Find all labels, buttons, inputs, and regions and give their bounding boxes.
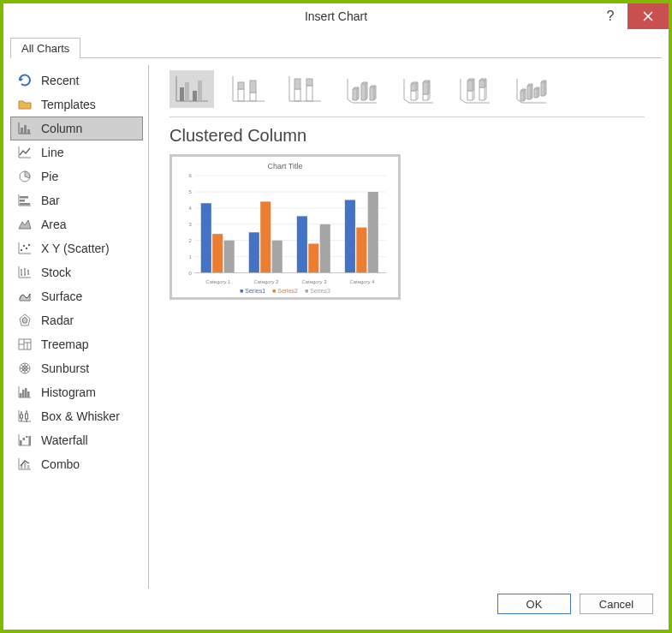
radar-chart-icon xyxy=(17,313,33,328)
bar-chart-icon xyxy=(17,193,33,208)
svg-rect-66 xyxy=(356,228,366,273)
sidebar-item-line[interactable]: Line xyxy=(10,140,143,164)
chart-subtype-panel: Clustered Column Chart Title 0123456Cate… xyxy=(149,65,662,588)
legend-series2: Series2 xyxy=(272,288,298,294)
svg-rect-18 xyxy=(21,415,23,418)
svg-rect-65 xyxy=(345,200,355,272)
column-chart-icon xyxy=(17,121,33,136)
sidebar-item-radar[interactable]: Radar xyxy=(10,308,143,332)
sidebar-item-label: Treemap xyxy=(41,337,89,351)
sidebar-item-area[interactable]: Area xyxy=(10,212,143,236)
svg-rect-38 xyxy=(306,79,312,86)
sidebar-item-bar[interactable]: Bar xyxy=(10,188,143,212)
sidebar-item-treemap[interactable]: Treemap xyxy=(10,332,143,356)
svg-rect-19 xyxy=(26,414,28,419)
three-d-column-icon xyxy=(512,74,550,105)
cancel-button[interactable]: Cancel xyxy=(580,594,653,614)
sidebar-item-column[interactable]: Column xyxy=(10,116,143,140)
sidebar-item-label: Surface xyxy=(41,290,82,303)
svg-text:Category 1: Category 1 xyxy=(205,279,231,284)
sidebar-item-label: Histogram xyxy=(41,385,96,399)
sidebar-item-pie[interactable]: Pie xyxy=(10,164,143,188)
svg-rect-1 xyxy=(24,125,27,134)
svg-rect-28 xyxy=(185,82,189,101)
svg-rect-27 xyxy=(180,87,184,101)
insert-chart-dialog: Insert Chart ? All Charts Recent Templat… xyxy=(0,0,672,633)
legend-series1: Series1 xyxy=(240,288,265,294)
sidebar-item-label: Area xyxy=(41,218,67,231)
combo-chart-icon xyxy=(17,457,33,472)
svg-rect-54 xyxy=(212,234,223,272)
sidebar-item-label: Box & Whisker xyxy=(41,409,120,423)
sidebar-item-label: Pie xyxy=(41,170,58,183)
svg-rect-57 xyxy=(249,232,259,272)
tabs-strip: All Charts xyxy=(10,36,662,58)
svg-text:2: 2 xyxy=(189,238,193,243)
subtype-3d-clustered-column[interactable] xyxy=(339,70,384,108)
sidebar-item-label: Bar xyxy=(41,194,60,207)
sidebar-item-label: Sunburst xyxy=(41,361,89,375)
svg-rect-23 xyxy=(29,436,32,445)
sidebar-item-sunburst[interactable]: Sunburst xyxy=(10,356,143,380)
sidebar-item-label: Waterfall xyxy=(41,433,88,447)
sidebar-item-box-whisker[interactable]: Box & Whisker xyxy=(10,404,143,428)
svg-rect-30 xyxy=(198,81,202,101)
svg-text:Category 3: Category 3 xyxy=(301,279,327,284)
svg-rect-61 xyxy=(297,216,307,272)
titlebar: Insert Chart ? xyxy=(3,3,669,29)
svg-rect-35 xyxy=(294,89,300,101)
sidebar-item-combo[interactable]: Combo xyxy=(10,452,143,476)
subtype-3d-100-stacked-column[interactable] xyxy=(452,70,497,108)
subtype-3d-column[interactable] xyxy=(508,70,553,108)
chart-preview[interactable]: Chart Title 0123456Category 1Category 2C… xyxy=(169,154,401,300)
subtype-100-stacked-column[interactable] xyxy=(282,70,327,108)
sidebar-item-histogram[interactable]: Histogram xyxy=(10,380,143,404)
preview-title: Chart Title xyxy=(267,162,302,170)
svg-rect-63 xyxy=(320,224,330,273)
line-chart-icon xyxy=(17,145,33,160)
scatter-chart-icon xyxy=(17,241,33,256)
svg-text:3: 3 xyxy=(189,222,193,227)
subtype-strip xyxy=(169,70,662,116)
sidebar-item-templates[interactable]: Templates xyxy=(10,93,143,116)
svg-rect-16 xyxy=(25,388,27,397)
subtype-stacked-column[interactable] xyxy=(226,70,271,108)
svg-text:0: 0 xyxy=(189,270,193,275)
window-title: Insert Chart xyxy=(305,9,367,23)
box-whisker-chart-icon xyxy=(17,409,33,424)
svg-rect-17 xyxy=(27,391,30,397)
sidebar-item-scatter[interactable]: X Y (Scatter) xyxy=(10,236,143,260)
sidebar-item-label: Radar xyxy=(41,314,74,327)
svg-rect-0 xyxy=(21,128,23,134)
sidebar-item-stock[interactable]: Stock xyxy=(10,260,143,284)
stacked-column-icon xyxy=(229,74,267,105)
sidebar-item-surface[interactable]: Surface xyxy=(10,284,143,308)
subtype-3d-stacked-column[interactable] xyxy=(395,70,440,108)
svg-text:5: 5 xyxy=(189,189,193,194)
svg-rect-15 xyxy=(22,390,25,397)
sidebar-item-label: X Y (Scatter) xyxy=(41,242,110,255)
legend-series3: Series3 xyxy=(305,288,330,294)
svg-point-8 xyxy=(23,245,25,247)
sunburst-chart-icon xyxy=(17,361,33,376)
tab-all-charts[interactable]: All Charts xyxy=(10,38,80,58)
sidebar-item-recent[interactable]: Recent xyxy=(10,69,143,93)
three-d-hundred-stacked-column-icon xyxy=(455,74,493,105)
treemap-chart-icon xyxy=(17,337,33,352)
subtype-clustered-column[interactable] xyxy=(169,70,214,108)
close-button[interactable] xyxy=(627,3,669,29)
svg-rect-4 xyxy=(20,196,28,199)
svg-rect-34 xyxy=(250,81,256,93)
svg-point-9 xyxy=(26,248,27,249)
svg-rect-21 xyxy=(23,438,26,440)
svg-rect-53 xyxy=(201,203,211,272)
svg-text:1: 1 xyxy=(189,254,193,260)
svg-point-7 xyxy=(21,249,22,251)
folder-icon xyxy=(17,97,33,112)
sidebar-item-waterfall[interactable]: Waterfall xyxy=(10,428,143,452)
sidebar-item-label: Stock xyxy=(41,266,71,279)
ok-button[interactable]: OK xyxy=(497,594,571,614)
svg-rect-36 xyxy=(294,79,300,89)
selected-chart-name: Clustered Column xyxy=(169,126,662,146)
help-button[interactable]: ? xyxy=(593,3,627,29)
